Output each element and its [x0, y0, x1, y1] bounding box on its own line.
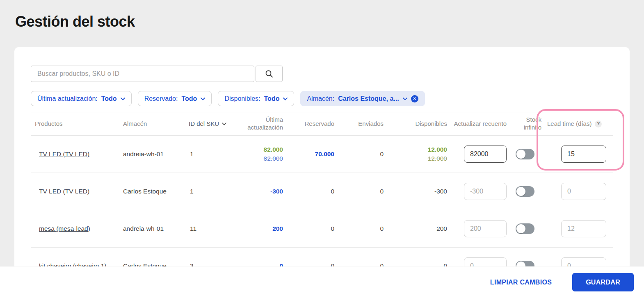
filter-label: Última actualización: [37, 95, 98, 102]
sort-chevron-down-icon [222, 123, 226, 125]
table-row: TV LED (TV LED) Carlos Estoque 1 -300 0 … [31, 173, 613, 210]
last-update-cell: 200 [231, 225, 284, 232]
last-update-old-value: 82.000 [264, 155, 283, 162]
header-recount: Actualizar recuento [448, 120, 507, 128]
sku-cell: 1 [185, 188, 231, 195]
available-new-value: 12.000 [428, 146, 447, 153]
filter-label: Disponibles: [224, 95, 260, 102]
header-shipped: Enviados [335, 120, 384, 128]
header-available: Disponibles [384, 120, 448, 128]
header-sku-label: ID del SKU [189, 120, 219, 128]
header-products: Productos [31, 120, 119, 128]
header-last-update: Última actualización [231, 116, 284, 132]
search-icon [265, 70, 273, 78]
search-button[interactable] [256, 66, 283, 82]
filter-warehouse[interactable]: Almacén: Carlos Estoque, a... ✕ [300, 91, 425, 106]
lead-time-input[interactable] [561, 183, 606, 200]
recount-input[interactable] [464, 220, 507, 237]
header-reserved: Reservado [284, 120, 335, 128]
available-old-value: 12.000 [428, 155, 447, 162]
header-lead-time-label: Lead time (días) [547, 120, 591, 128]
shipped-cell: 0 [335, 188, 384, 195]
recount-input[interactable] [464, 146, 507, 163]
stock-management-card: Última actualización: Todo Reservado: To… [14, 47, 630, 293]
footer-action-bar: LIMPIAR CAMBIOS GUARDAR [0, 266, 644, 298]
reserved-cell: 70.000 [284, 150, 335, 158]
header-sku-sort[interactable]: ID del SKU [185, 120, 231, 128]
filter-label: Reservado: [144, 95, 178, 102]
product-link[interactable]: TV LED (TV LED) [39, 150, 89, 157]
chevron-down-icon [201, 98, 205, 100]
last-update-cell: -300 [231, 188, 284, 195]
header-infinite-stock: Stock infinito [507, 116, 542, 132]
available-cell: 12.000 12.000 [384, 146, 448, 162]
save-button[interactable]: GUARDAR [572, 273, 634, 291]
filter-value: Todo [181, 95, 197, 102]
lead-time-input[interactable] [561, 146, 606, 163]
chevron-down-icon [283, 98, 288, 100]
last-update-new-value: 82.000 [264, 146, 283, 153]
shipped-cell: 0 [335, 150, 384, 158]
infinite-stock-toggle[interactable] [516, 186, 534, 197]
help-icon[interactable]: ? [595, 121, 602, 127]
filter-last-update[interactable]: Última actualización: Todo [31, 91, 132, 106]
sku-cell: 1 [185, 150, 231, 158]
clear-changes-button[interactable]: LIMPIAR CAMBIOS [490, 279, 552, 286]
reserved-cell: 0 [284, 225, 335, 232]
available-cell: 200 [384, 225, 448, 232]
filter-reserved[interactable]: Reservado: Todo [138, 91, 212, 106]
table-row: TV LED (TV LED) andreia-wh-01 1 82.000 8… [31, 136, 613, 173]
lead-time-input[interactable] [561, 220, 606, 237]
recount-input[interactable] [464, 183, 507, 200]
available-cell: -300 [384, 188, 448, 195]
product-link[interactable]: TV LED (TV LED) [39, 188, 89, 195]
page-title: Gestión del stock [15, 13, 135, 30]
product-link[interactable]: mesa (mesa-lead) [39, 225, 90, 232]
table-row: mesa (mesa-lead) andreia-wh-01 11 200 0 … [31, 210, 613, 248]
filter-value: Todo [101, 95, 117, 102]
shipped-cell: 0 [335, 225, 384, 232]
close-icon[interactable]: ✕ [411, 95, 418, 102]
warehouse-cell: andreia-wh-01 [119, 225, 185, 232]
toggle-knob [516, 150, 525, 159]
stock-table: Productos Almacén ID del SKU Última actu… [31, 112, 613, 285]
reserved-cell: 0 [284, 188, 335, 195]
toggle-knob [516, 224, 525, 233]
infinite-stock-toggle[interactable] [516, 149, 534, 159]
warehouse-cell: andreia-wh-01 [119, 150, 185, 158]
filter-value: Todo [264, 95, 280, 102]
search-row [31, 66, 613, 82]
last-update-cell: 82.000 82.000 [231, 146, 284, 162]
infinite-stock-toggle[interactable] [516, 223, 534, 234]
sku-cell: 11 [185, 225, 231, 232]
table-header-row: Productos Almacén ID del SKU Última actu… [31, 112, 613, 136]
filter-available[interactable]: Disponibles: Todo [218, 91, 294, 106]
filter-label: Almacén: [307, 95, 334, 102]
chevron-down-icon [121, 98, 125, 100]
toggle-knob [516, 187, 525, 196]
warehouse-cell: Carlos Estoque [119, 188, 185, 195]
filter-value: Carlos Estoque, a... [338, 95, 399, 102]
filter-bar: Última actualización: Todo Reservado: To… [31, 91, 613, 106]
header-lead-time: Lead time (días) ? [542, 120, 613, 128]
header-warehouse: Almacén [119, 120, 185, 128]
chevron-down-icon [403, 98, 407, 100]
search-input[interactable] [31, 66, 254, 82]
